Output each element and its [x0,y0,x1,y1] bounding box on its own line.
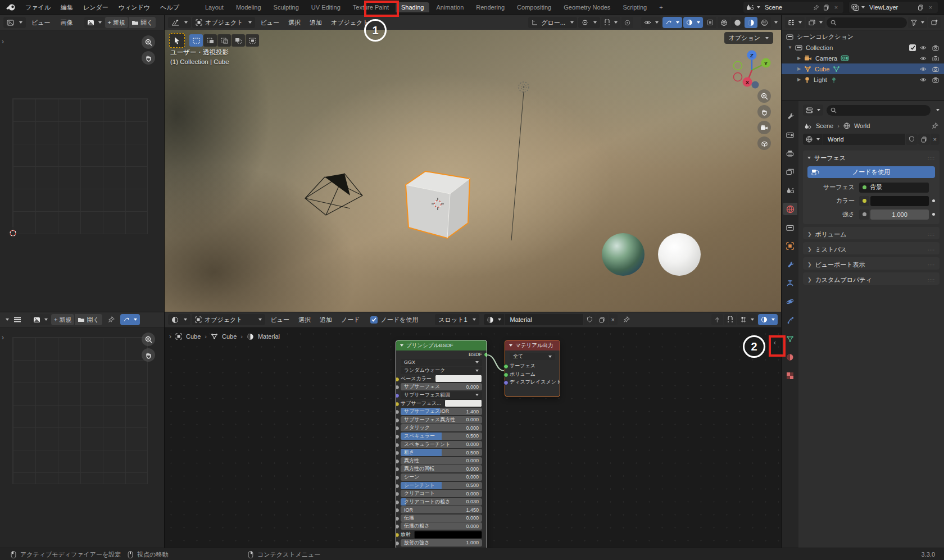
workspace-tab-shading[interactable]: Shading [396,2,429,12]
hamburger-menu-icon[interactable] [10,317,25,322]
socket-input-gray[interactable] [396,434,400,439]
hdri-preview-sphere[interactable] [602,233,645,276]
animate-strength-dot[interactable] [932,213,935,216]
viewport-menu-item[interactable]: ビュー [256,19,284,27]
viewlayer-icon[interactable] [851,4,859,11]
node-input-dropdown[interactable]: サブサーフェス範囲 [401,391,482,399]
node-input-slider[interactable]: 伝播の粗さ0.000 [401,522,482,530]
subsurface-method-dropdown[interactable]: ランダムウォーク [401,367,482,374]
pan-hand-icon[interactable] [142,348,155,362]
material-datablock-dropdown[interactable] [484,314,504,325]
node-principled-bsdf[interactable]: プリンシプルBSDF BSDF GGX ランダムウォーク ベースカラーサブサーフ… [396,340,487,548]
scene-name[interactable]: Scene [760,4,811,11]
fake-user-button[interactable] [906,134,918,145]
image-open-button[interactable]: 開く [129,17,156,28]
material-name-field[interactable]: Material [505,314,583,325]
outliner-search-input[interactable] [827,17,907,28]
hide-eye-icon[interactable] [918,66,928,72]
unlink-datablock-button[interactable]: × [609,314,618,325]
node-input-slider[interactable]: 放射の強さ1.000 [401,539,482,547]
shading-wireframe-button[interactable] [718,17,730,28]
outliner-filter-dropdown[interactable] [908,17,927,28]
properties-search-input[interactable] [827,105,931,116]
node-input-slider[interactable]: IOR1.450 [401,506,482,513]
zoom-widget-icon[interactable] [142,35,155,49]
color-swatch[interactable] [414,531,482,539]
hide-eye-icon[interactable] [918,45,928,51]
overlays-toggle[interactable] [683,17,703,28]
viewlayer-selector[interactable]: ViewLayer × [848,1,938,13]
properties-tab-output[interactable] [783,147,797,160]
app-menu-item[interactable]: ウィンドウ [114,3,155,12]
node-input-slider[interactable]: サブサーフェスIOR1.400 [401,408,482,415]
outliner-row-scene-collection[interactable]: シーンコレクション [782,31,944,42]
cursor-2d-icon[interactable] [7,227,19,239]
outliner-row-camera[interactable]: ▶ Camera [782,53,944,63]
pan-viewport-icon[interactable] [757,105,771,119]
pin-icon[interactable] [103,316,119,323]
outliner-row-light[interactable]: ▶ Light [782,74,944,85]
close-icon[interactable]: × [831,2,841,12]
axis-gizmo[interactable]: Z Y X [730,49,773,92]
breadcrumb-world[interactable]: World [854,122,870,129]
scene-selector[interactable]: Scene × [743,1,844,13]
app-menu-item[interactable]: 編集 [56,3,78,12]
socket-input-gray[interactable] [396,508,400,513]
socket-input-green[interactable] [503,364,509,369]
properties-tab-render[interactable] [783,129,797,141]
node-input-green[interactable]: ボリューム [510,371,555,378]
shading-material-button[interactable] [745,17,757,28]
expander-arrow[interactable]: ▶ [796,56,802,61]
pivot-dropdown[interactable] [578,17,600,28]
properties-tab-view-layer[interactable] [783,166,797,178]
properties-tab-collection[interactable] [783,221,797,234]
workspace-tab-compositing[interactable]: Compositing [511,2,557,12]
socket-input-gray[interactable] [396,541,400,546]
shading-solid-button[interactable] [731,17,744,28]
node-input-slider[interactable]: 異方性の回転0.000 [401,465,482,472]
material-preview-sphere[interactable] [658,233,701,276]
node-input-slider[interactable]: メタリック0.000 [401,424,482,431]
app-menu-item[interactable]: ファイル [20,3,56,12]
render-visibility-icon[interactable] [931,66,941,72]
panel-drag-handle[interactable]: :::: [928,156,935,161]
node-input-slider[interactable]: シーン0.000 [401,474,482,481]
app-menu-item[interactable]: レンダー [78,3,114,12]
outliner-row-collection[interactable]: ▼ Collection [782,42,944,53]
socket-input-gray[interactable] [396,418,400,423]
workspace-tab-animation[interactable]: Animation [430,2,469,12]
socket-input-gray[interactable] [396,491,400,497]
xray-toggle[interactable] [704,17,716,28]
panel-drag-handle[interactable]: :::: [928,232,935,237]
image-datablock-button[interactable] [30,314,51,325]
node-header[interactable]: マテリアル出力 [505,340,560,350]
proportional-edit-toggle[interactable] [621,17,633,28]
world-color-swatch[interactable] [870,196,929,206]
node-input-purple[interactable]: ディスプレイスメント [510,379,555,386]
color-swatch[interactable] [444,399,482,407]
render-visibility-icon[interactable] [931,77,941,83]
node-input-color[interactable]: ベースカラー [401,375,482,383]
parent-node-tree-button[interactable] [711,314,723,325]
panel-drag-handle[interactable]: :::: [928,277,935,283]
hide-eye-icon[interactable] [918,56,928,61]
panel-drag-handle[interactable]: :::: [928,247,935,252]
socket-input-gray[interactable] [396,484,400,489]
surface-shader-field[interactable]: 背景 [859,183,929,193]
node-input-slider[interactable]: スペキュラーチント0.000 [401,441,482,448]
shading-rendered-button[interactable] [758,17,771,28]
node-input-green[interactable]: サーフェス [510,362,555,370]
node-input-slider[interactable]: クリアコート0.000 [401,490,482,497]
overlays-toggle[interactable] [758,314,778,325]
properties-editor-type[interactable] [803,104,823,116]
outliner-item-label[interactable]: Light [813,76,828,83]
outliner-item-label[interactable]: シーンコレクション [796,33,855,41]
collapsed-panel[interactable]: ❯カスタムプロパティ:::: [803,272,940,285]
outliner-item-label[interactable]: Cube [814,66,830,72]
workspace-tab-modeling[interactable]: Modeling [230,2,267,12]
menu-view[interactable]: ビュー [27,19,55,27]
breadcrumb-scene[interactable]: Scene [816,122,833,129]
properties-tab-particles[interactable] [783,314,797,326]
copy-datablock-button[interactable] [918,134,930,145]
copy-icon[interactable] [915,2,925,12]
